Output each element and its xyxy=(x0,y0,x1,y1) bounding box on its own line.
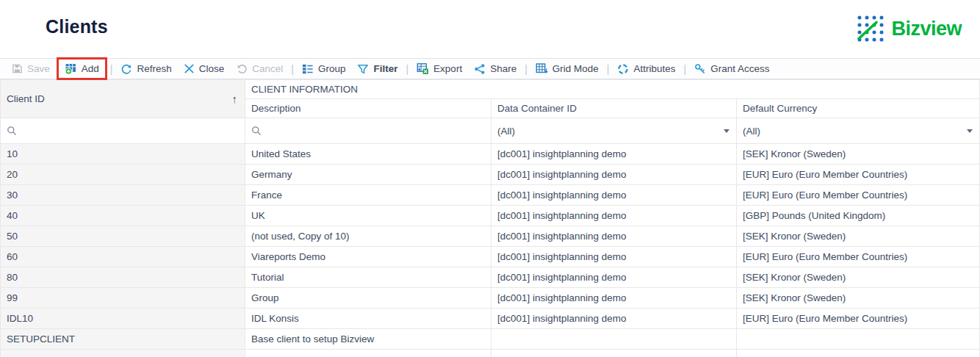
table-row[interactable]: 40UK[dc001] insightplanning demo[GBP] Po… xyxy=(1,206,980,226)
grid-mode-button[interactable]: Grid Mode xyxy=(530,59,605,79)
export-button[interactable]: Export xyxy=(411,59,468,79)
description-cell[interactable]: United States xyxy=(245,144,491,165)
client-id-filter-input[interactable] xyxy=(23,126,239,137)
client-id-cell[interactable]: 50 xyxy=(1,226,245,247)
group-icon xyxy=(302,63,314,75)
grant-access-icon xyxy=(694,63,706,75)
description-cell[interactable]: Base client to setup Bizview xyxy=(245,329,491,350)
save-icon xyxy=(12,63,23,74)
attributes-button[interactable]: Attributes xyxy=(611,59,681,79)
data-container-id-cell[interactable]: [dc001] insightplanning demo xyxy=(491,288,737,309)
data-container-id-cell[interactable] xyxy=(491,350,737,357)
close-button[interactable]: Close xyxy=(178,59,231,79)
client-information-group-header: CLIENT INFORMATION xyxy=(245,80,980,99)
cancel-button[interactable]: Cancel xyxy=(230,59,289,79)
description-cell[interactable]: Tutorial xyxy=(245,267,491,288)
data-container-id-cell[interactable]: [dc001] insightplanning demo xyxy=(491,247,737,267)
toolbar-button-label: Cancel xyxy=(252,63,283,74)
data-container-id-cell[interactable]: [dc001] insightplanning demo xyxy=(491,206,737,226)
table-row[interactable]: 20Germany[dc001] insightplanning demo[EU… xyxy=(1,165,980,185)
toolbar-separator: | xyxy=(291,63,294,75)
toolbar-separator: | xyxy=(684,63,687,75)
default-currency-cell[interactable]: [SEK] Kronor (Sweden) xyxy=(737,288,980,309)
client-id-cell[interactable]: SETUPCLIENT xyxy=(1,329,245,350)
save-button[interactable]: Save xyxy=(6,59,56,79)
table-row[interactable]: 80Tutorial[dc001] insightplanning demo[S… xyxy=(1,267,980,288)
currency-filter-select[interactable]: (All) xyxy=(737,118,980,144)
description-cell[interactable]: France xyxy=(245,185,491,206)
data-container-id-cell[interactable]: [dc001] insightplanning demo xyxy=(491,144,737,165)
client-id-cell[interactable]: 80 xyxy=(1,267,245,288)
default-currency-cell[interactable]: [EUR] Euro (Euro Member Countries) xyxy=(737,247,980,267)
client-id-cell[interactable]: 10 xyxy=(1,144,245,165)
sort-ascending-icon[interactable]: ↑ xyxy=(232,93,239,105)
default-currency-cell[interactable]: [SEK] Kronor (Sweden) xyxy=(737,144,980,165)
close-icon xyxy=(184,63,195,74)
table-row[interactable]: SETUPCLIENTBase client to setup Bizview xyxy=(1,329,980,350)
data-container-id-cell[interactable] xyxy=(491,329,737,350)
toolbar-button-label: Save xyxy=(27,63,50,74)
data-container-id-cell[interactable]: [dc001] insightplanning demo xyxy=(491,267,737,288)
client-id-header-label: Client ID xyxy=(7,93,45,104)
bizview-clients-window: Clients Bizview SaveAdd|RefreshCloseCanc… xyxy=(0,0,980,357)
data-container-filter-value: (All) xyxy=(497,126,515,137)
filter-button[interactable]: Filter xyxy=(351,59,403,79)
client-id-cell[interactable]: 20 xyxy=(1,165,245,185)
client-id-cell[interactable]: 30 xyxy=(1,185,245,206)
data-container-id-column-header[interactable]: Data Container ID xyxy=(491,99,737,118)
client-id-cell[interactable]: 60 xyxy=(1,247,245,267)
default-currency-cell[interactable]: [EUR] Euro (Euro Member Countries) xyxy=(737,185,980,206)
data-container-filter-select[interactable]: (All) xyxy=(491,118,737,144)
table-row[interactable]: IDL10IDL Konsis[dc001] insightplanning d… xyxy=(1,309,980,329)
toolbar-button-label: Export xyxy=(433,63,462,74)
table-row[interactable]: 10United States[dc001] insightplanning d… xyxy=(1,144,980,165)
dropdown-caret-icon xyxy=(967,129,973,133)
toolbar-button-label: Share xyxy=(490,63,516,74)
bizview-logo: Bizview xyxy=(857,15,962,43)
default-currency-cell[interactable]: [EUR] Euro (Euro Member Countries) xyxy=(737,309,980,329)
default-currency-cell[interactable]: [SEK] Kronor (Sweden) xyxy=(737,267,980,288)
table-row[interactable] xyxy=(1,350,980,357)
default-currency-cell[interactable]: [SEK] Kronor (Sweden) xyxy=(737,226,980,247)
toolbar-separator: | xyxy=(110,63,113,75)
share-button[interactable]: Share xyxy=(468,59,522,79)
add-button[interactable]: Add xyxy=(59,59,105,79)
client-id-cell[interactable]: 40 xyxy=(1,206,245,226)
grant-access-button[interactable]: Grant Access xyxy=(688,59,775,79)
default-currency-cell[interactable]: [EUR] Euro (Euro Member Countries) xyxy=(737,165,980,185)
client-id-column-header[interactable]: Client ID ↑ xyxy=(1,80,245,118)
default-currency-cell[interactable] xyxy=(737,350,980,357)
default-currency-column-header[interactable]: Default Currency xyxy=(737,99,980,118)
toolbar-separator: | xyxy=(525,63,527,75)
default-currency-cell[interactable]: [GBP] Pounds (United Kingdom) xyxy=(737,206,980,226)
add-icon xyxy=(65,62,77,75)
data-container-id-cell[interactable]: [dc001] insightplanning demo xyxy=(491,309,737,329)
client-id-cell[interactable]: IDL10 xyxy=(1,309,245,329)
description-filter-input[interactable] xyxy=(267,126,485,137)
description-cell[interactable]: IDL Konsis xyxy=(245,309,491,329)
toolbar-button-label: Grid Mode xyxy=(552,63,599,74)
table-row[interactable]: 99Group[dc001] insightplanning demo[SEK]… xyxy=(1,288,980,309)
description-cell[interactable]: Viareports Demo xyxy=(245,247,491,267)
description-column-header[interactable]: Description xyxy=(245,99,491,118)
group-button[interactable]: Group xyxy=(296,59,352,79)
description-cell[interactable]: Germany xyxy=(245,165,491,185)
data-container-id-cell[interactable]: [dc001] insightplanning demo xyxy=(491,226,737,247)
description-cell[interactable] xyxy=(245,350,491,357)
toolbar-button-label: Group xyxy=(318,63,346,74)
data-container-id-cell[interactable]: [dc001] insightplanning demo xyxy=(491,185,737,206)
data-container-id-cell[interactable]: [dc001] insightplanning demo xyxy=(491,165,737,185)
client-id-cell[interactable] xyxy=(1,350,245,357)
description-cell[interactable]: Group xyxy=(245,288,491,309)
currency-filter-value: (All) xyxy=(743,126,760,137)
description-cell[interactable]: UK xyxy=(245,206,491,226)
client-id-cell[interactable]: 99 xyxy=(1,288,245,309)
table-row[interactable]: 30France[dc001] insightplanning demo[EUR… xyxy=(1,185,980,206)
default-currency-cell[interactable] xyxy=(737,329,980,350)
dropdown-caret-icon xyxy=(724,129,729,133)
refresh-button[interactable]: Refresh xyxy=(115,59,177,79)
search-icon xyxy=(251,126,262,136)
table-row[interactable]: 50(not used, Copy of 10)[dc001] insightp… xyxy=(1,226,980,247)
description-cell[interactable]: (not used, Copy of 10) xyxy=(245,226,491,247)
table-row[interactable]: 60Viareports Demo[dc001] insightplanning… xyxy=(1,247,980,267)
